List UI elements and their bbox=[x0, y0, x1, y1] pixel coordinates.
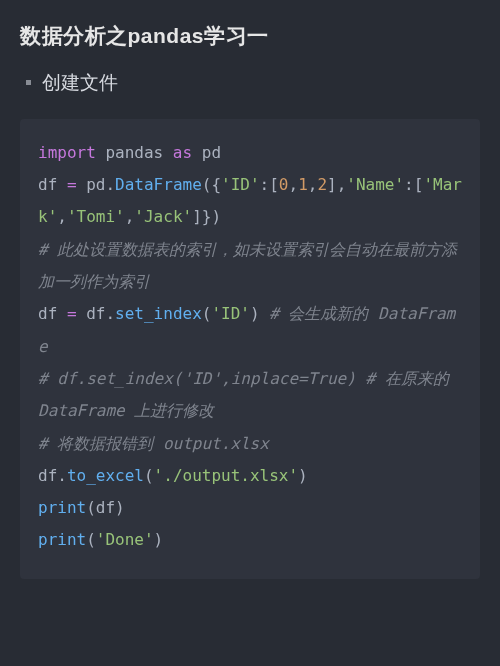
code-token: pd bbox=[192, 143, 221, 162]
code-token: , bbox=[288, 175, 298, 194]
code-token: ]}) bbox=[192, 207, 221, 226]
page: 数据分析之pandas学习一 创建文件 import pandas as pd … bbox=[0, 0, 500, 599]
code-token: df. bbox=[77, 304, 116, 323]
code-token: as bbox=[173, 143, 192, 162]
code-token: pd. bbox=[77, 175, 116, 194]
code-token: ) bbox=[154, 530, 164, 549]
code-token: 2 bbox=[317, 175, 327, 194]
code-token: 'Done' bbox=[96, 530, 154, 549]
code-token: DataFrame bbox=[115, 175, 202, 194]
code-block: import pandas as pd df = pd.DataFrame({'… bbox=[20, 119, 480, 579]
code-token: ({ bbox=[202, 175, 221, 194]
code-token: df bbox=[38, 304, 67, 323]
code-token: # df.set_index('ID',inplace=True) # 在原来的… bbox=[38, 369, 458, 420]
code-token: df bbox=[38, 175, 67, 194]
code-token: :[ bbox=[404, 175, 423, 194]
code-token: pandas bbox=[96, 143, 173, 162]
code-token: import bbox=[38, 143, 96, 162]
code-token: , bbox=[125, 207, 135, 226]
code-token: to_excel bbox=[67, 466, 144, 485]
code-token: # 将数据报错到 output.xlsx bbox=[38, 434, 269, 453]
code-token: 'Tomi' bbox=[67, 207, 125, 226]
code-token: set_index bbox=[115, 304, 202, 323]
code-token: print bbox=[38, 530, 86, 549]
code-token: ( bbox=[144, 466, 154, 485]
code-token: , bbox=[57, 207, 67, 226]
code-token: 'Jack' bbox=[134, 207, 192, 226]
code-token: # 此处设置数据表的索引，如未设置索引会自动在最前方添加一列作为索引 bbox=[38, 240, 457, 291]
code-token: 'ID' bbox=[211, 304, 250, 323]
code-token: print bbox=[38, 498, 86, 517]
code-token: ], bbox=[327, 175, 346, 194]
code-token: , bbox=[308, 175, 318, 194]
code-token: 'Name' bbox=[346, 175, 404, 194]
code-token: = bbox=[67, 175, 77, 194]
page-title: 数据分析之pandas学习一 bbox=[20, 22, 480, 50]
code-token: ) bbox=[298, 466, 308, 485]
code-token: (df) bbox=[86, 498, 125, 517]
code-token: = bbox=[67, 304, 77, 323]
code-token: 'ID' bbox=[221, 175, 260, 194]
bullet-item: 创建文件 bbox=[42, 68, 480, 98]
code-token: ) bbox=[250, 304, 269, 323]
code-token: :[ bbox=[260, 175, 279, 194]
bullet-list: 创建文件 bbox=[20, 68, 480, 98]
code-token: ( bbox=[202, 304, 212, 323]
code-token: ( bbox=[86, 530, 96, 549]
code-token: './output.xlsx' bbox=[154, 466, 299, 485]
code-token: 1 bbox=[298, 175, 308, 194]
code-token: df. bbox=[38, 466, 67, 485]
